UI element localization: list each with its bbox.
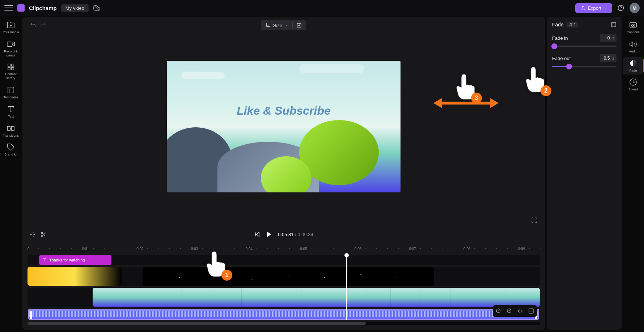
crop-icon [265, 23, 270, 28]
audio-clip[interactable] [28, 309, 539, 320]
video-clip[interactable] [93, 288, 540, 307]
text-icon [43, 258, 47, 262]
svg-point-34 [288, 276, 289, 276]
svg-marker-50 [630, 42, 633, 46]
fade-icon [629, 59, 637, 67]
timecode: 0:05.81 / 0:09.34 [278, 232, 313, 237]
svg-rect-47 [611, 22, 616, 27]
fade-in-input[interactable]: 0s [600, 34, 617, 42]
camera-icon [7, 40, 15, 48]
timeline-scrollbar[interactable] [27, 322, 540, 325]
export-button[interactable]: Export [575, 3, 612, 13]
svg-marker-6 [12, 42, 14, 46]
nav-text[interactable]: Text [1, 103, 21, 121]
fade-out-slider[interactable] [552, 66, 617, 67]
text-clip[interactable]: Thanks for watching [39, 255, 111, 265]
playhead[interactable] [346, 255, 347, 320]
fade-in-slider-thumb[interactable] [551, 43, 557, 49]
svg-rect-9 [12, 64, 14, 66]
expand-tracks-button[interactable] [527, 307, 535, 315]
sparkle-icon[interactable] [296, 22, 302, 28]
nav-templates[interactable]: Templates [1, 84, 21, 102]
brand-kit-icon [7, 143, 15, 151]
scissors-tool[interactable] [41, 231, 46, 237]
svg-point-31 [179, 277, 180, 278]
fade-in-slider[interactable] [552, 46, 617, 47]
svg-point-36 [360, 274, 361, 275]
svg-marker-54 [433, 98, 442, 108]
preview-canvas[interactable]: Like & Subscribe [167, 61, 401, 192]
nav-record-create[interactable]: Record & create [1, 38, 21, 60]
rnav-captions[interactable]: CC Captions [623, 19, 643, 37]
timeline-ruler[interactable]: 00:010:020:030:040:050:060:070:080:09 [27, 244, 540, 253]
zoom-out-button[interactable] [494, 307, 503, 315]
templates-icon [7, 86, 15, 94]
redo-button[interactable] [40, 22, 46, 28]
zoom-in-button[interactable] [505, 307, 514, 315]
panel-expand-button[interactable] [611, 22, 617, 27]
audio-waveform [29, 311, 538, 317]
fit-button[interactable] [516, 307, 525, 315]
library-icon [7, 63, 15, 71]
svg-marker-27 [257, 232, 259, 237]
audio-trim-left[interactable] [30, 311, 32, 319]
app-logo [17, 4, 25, 12]
svg-text:CC: CC [631, 24, 635, 27]
svg-point-45 [569, 25, 570, 26]
export-label: Export [588, 5, 601, 11]
svg-line-25 [44, 235, 46, 237]
svg-rect-12 [8, 87, 14, 93]
svg-point-37 [397, 277, 397, 277]
hamburger-menu[interactable] [4, 4, 13, 12]
audio-track[interactable] [27, 309, 540, 320]
nav-your-media[interactable]: Your media [1, 19, 21, 37]
nav-transitions[interactable]: Transitions [1, 122, 21, 140]
folder-icon [7, 21, 15, 29]
nav-content-library[interactable]: Content library [1, 61, 21, 82]
fullscreen-button[interactable] [531, 217, 538, 224]
cloud-off-icon[interactable] [93, 4, 100, 12]
svg-rect-7 [7, 42, 12, 46]
overlay-clip-2[interactable] [143, 267, 434, 286]
nav-brand-kit[interactable]: Brand kit [1, 141, 21, 159]
fade-out-slider-thumb[interactable] [566, 64, 572, 69]
svg-rect-17 [8, 126, 10, 130]
chevron-down-icon [603, 6, 607, 10]
fade-out-input[interactable]: 0.5s [600, 54, 617, 62]
panel-title: Fade [552, 22, 564, 27]
user-avatar[interactable]: M [630, 3, 640, 13]
svg-point-46 [571, 25, 572, 26]
svg-point-23 [41, 235, 43, 237]
svg-rect-18 [12, 126, 14, 130]
size-dropdown[interactable]: Size [261, 20, 306, 30]
transitions-icon [7, 124, 15, 132]
project-name[interactable]: My video [61, 4, 89, 12]
svg-point-32 [216, 274, 216, 274]
svg-marker-55 [490, 98, 499, 108]
panel-badge: 1 [567, 22, 578, 27]
overlay-track[interactable] [27, 267, 540, 286]
text-icon [7, 105, 15, 113]
svg-point-35 [324, 277, 325, 278]
rnav-audio[interactable]: Audio [623, 38, 643, 56]
magic-tool[interactable] [30, 231, 35, 237]
svg-marker-29 [267, 232, 271, 237]
rnav-speed[interactable]: Speed [623, 76, 643, 94]
fade-out-label: Fade out [552, 56, 571, 61]
text-track[interactable]: Thanks for watching [27, 255, 540, 265]
music-note-icon [569, 23, 572, 26]
fade-in-label: Fade in [552, 35, 568, 41]
play-button[interactable] [266, 231, 273, 238]
skip-back-button[interactable] [254, 231, 260, 238]
rnav-fade[interactable]: Fade [623, 57, 643, 75]
video-track[interactable] [27, 288, 540, 307]
speaker-icon [629, 40, 637, 48]
undo-button[interactable] [30, 22, 36, 28]
overlay-clip-1[interactable] [27, 267, 122, 286]
help-button[interactable] [617, 4, 625, 12]
svg-point-33 [252, 279, 253, 280]
brand-name: Clipchamp [29, 5, 57, 11]
speed-icon [629, 78, 637, 86]
captions-icon: CC [629, 21, 637, 29]
svg-rect-8 [8, 64, 10, 66]
